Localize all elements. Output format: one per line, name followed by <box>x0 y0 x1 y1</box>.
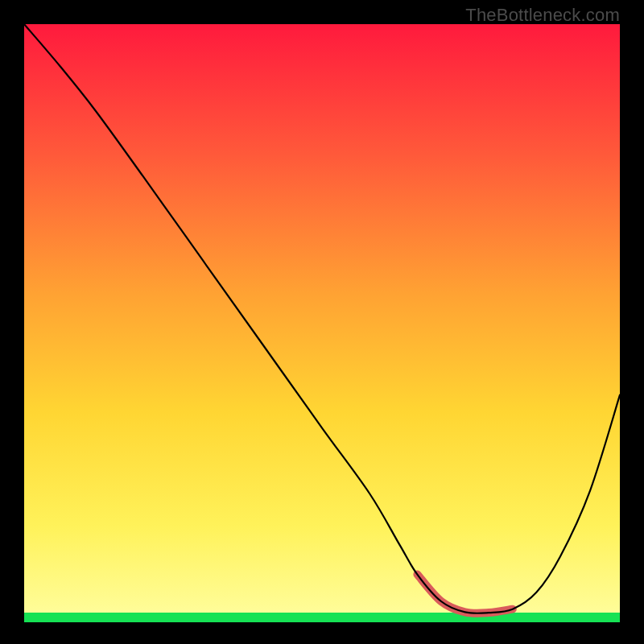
plot-area <box>24 24 620 622</box>
watermark-text: TheBottleneck.com <box>465 5 620 26</box>
chart-frame: TheBottleneck.com <box>0 0 644 644</box>
curve-layer <box>24 24 620 622</box>
optimal-band <box>417 575 512 613</box>
bottleneck-curve <box>24 24 620 613</box>
